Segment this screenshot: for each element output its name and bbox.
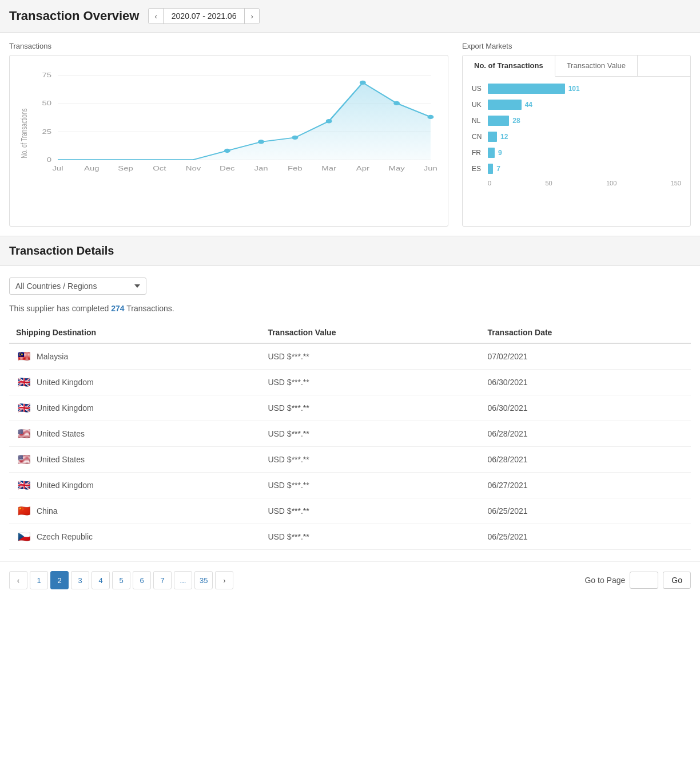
pagination-page-button[interactable]: 2: [50, 571, 69, 589]
go-to-page-input[interactable]: [630, 572, 658, 589]
export-markets-section: Export Markets No. of Transactions Trans…: [462, 42, 691, 227]
pagination: ‹1234567...35› Go to Page Go: [0, 561, 700, 599]
svg-marker-9: [58, 82, 431, 160]
country-cell: 🇬🇧United Kingdom: [16, 402, 254, 414]
svg-text:Feb: Feb: [288, 165, 303, 172]
table-row: 🇨🇿Czech RepublicUSD $***.**06/25/2021: [9, 524, 691, 550]
go-button[interactable]: Go: [663, 572, 691, 589]
flag-icon: 🇺🇸: [16, 454, 32, 465]
svg-text:Jun: Jun: [424, 165, 438, 172]
td-value: USD $***.**: [261, 395, 480, 421]
pagination-page-button[interactable]: 1: [30, 571, 48, 589]
date-navigator: ‹ 2020.07 - 2021.06 ›: [148, 8, 259, 24]
bar-value: 12: [500, 133, 508, 141]
td-destination: 🇺🇸United States: [9, 421, 261, 447]
table-header: Shipping Destination Transaction Value T…: [9, 322, 691, 343]
td-destination: 🇲🇾Malaysia: [9, 343, 261, 370]
td-date: 06/25/2021: [481, 498, 691, 524]
td-value: USD $***.**: [261, 343, 480, 370]
transaction-details-header: Transaction Details: [0, 236, 700, 266]
pagination-page-button[interactable]: 3: [71, 571, 89, 589]
pagination-page-button[interactable]: 35: [194, 571, 213, 589]
svg-text:Sep: Sep: [118, 165, 133, 172]
td-date: 06/25/2021: [481, 524, 691, 550]
svg-text:Nov: Nov: [186, 165, 201, 172]
country-cell: 🇲🇾Malaysia: [16, 351, 254, 362]
country-cell: 🇬🇧United Kingdom: [16, 479, 254, 491]
table-row: 🇺🇸United StatesUSD $***.**06/28/2021: [9, 447, 691, 473]
td-value: USD $***.**: [261, 473, 480, 498]
svg-text:Jul: Jul: [52, 165, 63, 172]
pagination-prev-button[interactable]: ‹: [9, 571, 27, 589]
page-numbers: ‹1234567...35›: [9, 571, 233, 589]
transaction-details-title: Transaction Details: [9, 244, 691, 257]
transactions-chart-section: Transactions 75 50 25 0 No. of Transacti…: [9, 42, 448, 227]
svg-point-10: [224, 149, 230, 153]
transactions-tbody: 🇲🇾MalaysiaUSD $***.**07/02/2021🇬🇧United …: [9, 343, 691, 550]
pagination-page-button[interactable]: 4: [92, 571, 110, 589]
flag-icon: 🇬🇧: [16, 479, 32, 491]
flag-icon: 🇲🇾: [16, 351, 32, 362]
bar-value: 101: [568, 85, 580, 93]
svg-text:Apr: Apr: [356, 165, 370, 172]
country-cell: 🇺🇸United States: [16, 454, 254, 465]
country-name: United States: [37, 429, 85, 438]
bar-country-label: ES: [472, 165, 488, 173]
export-tabs: No. of Transactions Transaction Value: [463, 56, 690, 77]
table-row: 🇨🇳ChinaUSD $***.**06/25/2021: [9, 498, 691, 524]
page-title: Transaction Overview: [9, 9, 139, 23]
export-chart-container: No. of Transactions Transaction Value US…: [462, 55, 691, 227]
svg-text:Mar: Mar: [321, 165, 337, 172]
pagination-next-button[interactable]: ›: [215, 571, 233, 589]
svg-point-16: [427, 115, 433, 119]
bar-wrap: 28: [488, 116, 681, 126]
table-row: 🇲🇾MalaysiaUSD $***.**07/02/2021: [9, 343, 691, 370]
bar-country-label: NL: [472, 117, 488, 125]
col-transaction-value: Transaction Value: [261, 322, 480, 343]
tab-transaction-value[interactable]: Transaction Value: [555, 56, 638, 76]
country-name: Malaysia: [37, 352, 68, 361]
bar-wrap: 12: [488, 132, 681, 142]
filter-row: All Countries / Regions: [9, 278, 691, 295]
col-transaction-date: Transaction Date: [481, 322, 691, 343]
country-region-dropdown[interactable]: All Countries / Regions: [9, 278, 146, 295]
date-prev-button[interactable]: ‹: [149, 9, 162, 23]
td-destination: 🇨🇳China: [9, 498, 261, 524]
bar-axis-labels: 050100150: [472, 180, 681, 187]
transactions-table: Shipping Destination Transaction Value T…: [9, 322, 691, 550]
bar-wrap: 9: [488, 148, 681, 158]
go-to-page-label: Go to Page: [584, 576, 625, 585]
td-date: 06/27/2021: [481, 473, 691, 498]
bar-fill: [488, 164, 493, 174]
pagination-ellipsis: ...: [174, 571, 192, 589]
tab-no-transactions[interactable]: No. of Transactions: [463, 56, 555, 77]
line-chart-svg: 75 50 25 0 No. of Transactions: [19, 65, 439, 202]
bar-country-label: CN: [472, 133, 488, 141]
bar-country-label: UK: [472, 101, 488, 109]
transactions-chart-title: Transactions: [9, 42, 448, 50]
summary-text-prefix: This supplier has completed: [9, 304, 111, 313]
bar-wrap: 7: [488, 164, 681, 174]
date-next-button[interactable]: ›: [245, 9, 258, 23]
pagination-page-button[interactable]: 6: [133, 571, 151, 589]
country-name: United Kingdom: [37, 403, 94, 413]
td-date: 07/02/2021: [481, 343, 691, 370]
td-value: USD $***.**: [261, 421, 480, 447]
bar-value: 44: [525, 101, 532, 109]
svg-text:Oct: Oct: [153, 165, 166, 172]
pagination-page-button[interactable]: 5: [112, 571, 130, 589]
pagination-page-button[interactable]: 7: [153, 571, 172, 589]
flag-icon: 🇬🇧: [16, 402, 32, 414]
bar-fill: [488, 148, 495, 158]
td-destination: 🇨🇿Czech Republic: [9, 524, 261, 550]
bar-fill: [488, 84, 565, 94]
country-cell: 🇨🇿Czech Republic: [16, 531, 254, 542]
td-value: USD $***.**: [261, 524, 480, 550]
td-value: USD $***.**: [261, 498, 480, 524]
flag-icon: 🇬🇧: [16, 376, 32, 388]
svg-point-11: [258, 140, 264, 144]
transactions-chart-container: 75 50 25 0 No. of Transactions: [9, 55, 448, 227]
td-value: USD $***.**: [261, 370, 480, 395]
svg-point-13: [326, 119, 332, 123]
td-destination: 🇬🇧United Kingdom: [9, 395, 261, 421]
